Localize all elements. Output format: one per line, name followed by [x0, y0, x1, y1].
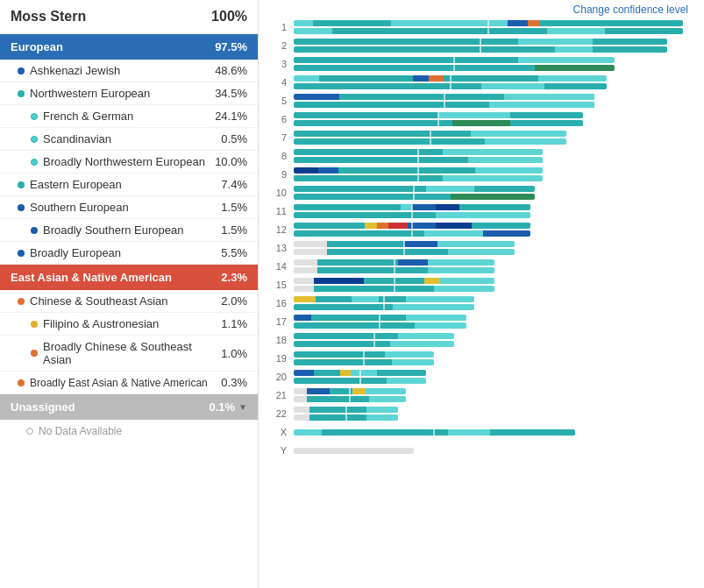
chrom-bars [294, 75, 695, 89]
category-european[interactable]: European 97.5% [0, 34, 258, 60]
chrom-label: 19 [267, 353, 287, 364]
list-item: Northwestern European 34.5% [0, 82, 258, 105]
chrom-bars [294, 186, 695, 200]
chrom-label: 8 [267, 151, 287, 161]
chrom-bars [294, 351, 695, 365]
person-header: Moss Stern 100% [0, 0, 258, 34]
list-item: Southern European 1.5% [0, 196, 258, 219]
chrom-label: 22 [267, 408, 287, 419]
chrom-bars [294, 370, 695, 384]
chrom-bars [294, 315, 695, 329]
chromosome-row: 7 [267, 130, 695, 145]
chromosome-row: 4 [267, 74, 695, 90]
chrom-label: 12 [267, 224, 287, 235]
chromosome-row: X [267, 424, 695, 440]
list-item: Broadly Chinese & Southeast Asian 1.0% [0, 336, 258, 372]
chrom-label: 2 [267, 40, 287, 51]
chrom-label: 13 [267, 243, 287, 253]
category-unassigned-value: 0.1% ▼ [209, 400, 247, 414]
chromosome-row: 17 [267, 314, 695, 329]
dot-icon [26, 428, 33, 435]
chrom-bars [294, 149, 695, 163]
dot-icon [18, 67, 25, 74]
dot-icon [18, 181, 25, 188]
chrom-label: 1 [267, 22, 287, 32]
chromosome-row: 18 [267, 332, 695, 348]
chrom-label: 7 [267, 132, 287, 143]
category-eastasian-value: 2.3% [221, 271, 247, 284]
category-eastasian-label: East Asian & Native American [11, 271, 172, 284]
chrom-bars [294, 167, 695, 181]
chrom-label: 9 [267, 169, 287, 180]
category-european-value: 97.5% [215, 40, 247, 53]
category-european-label: European [11, 40, 63, 53]
chrom-bars [294, 112, 695, 126]
chromosome-row: 8 [267, 148, 695, 164]
chrom-bars [294, 131, 695, 145]
chromosome-row: Y [267, 443, 695, 458]
chromosome-row: 20 [267, 369, 695, 385]
chromosome-row: 12 [267, 222, 695, 237]
chrom-bars [294, 241, 695, 255]
chrom-label: X [267, 427, 287, 437]
dot-icon [31, 136, 38, 143]
chromosome-row: 6 [267, 111, 695, 127]
list-item: Scandinavian 0.5% [0, 128, 258, 151]
chrom-label: 21 [267, 390, 287, 400]
chromosome-row: 5 [267, 93, 695, 109]
chromosome-row: 11 [267, 203, 695, 219]
chrom-bars [294, 448, 695, 454]
chrom-label: 17 [267, 316, 287, 327]
category-unassigned-label: Unassigned [11, 400, 75, 414]
list-item: Broadly Northwestern European 10.0% [0, 151, 258, 174]
chrom-label: 11 [267, 206, 287, 216]
chrom-bars [294, 39, 695, 53]
chrom-label: 15 [267, 280, 287, 290]
chromosome-row: 13 [267, 240, 695, 256]
change-confidence-link[interactable]: Change confidence level [267, 0, 695, 19]
dot-icon [31, 113, 38, 120]
list-item: Filipino & Austronesian 1.1% [0, 313, 258, 336]
person-name: Moss Stern [11, 9, 86, 25]
chromosome-row: 19 [267, 351, 695, 366]
chrom-label: 18 [267, 335, 287, 345]
list-item: Chinese & Southeast Asian 2.0% [0, 290, 258, 313]
list-item: Broadly European 5.5% [0, 242, 258, 265]
dot-icon [31, 350, 38, 357]
chrom-label: 14 [267, 261, 287, 272]
chromosome-row: 16 [267, 295, 695, 311]
dot-icon [31, 321, 38, 328]
category-unassigned[interactable]: Unassigned 0.1% ▼ [0, 394, 258, 420]
chromosome-row: 21 [267, 387, 695, 403]
dot-icon [18, 298, 25, 305]
chrom-bars [294, 94, 695, 108]
list-item: French & German 24.1% [0, 105, 258, 128]
chrom-label: 3 [267, 59, 287, 69]
chromosome-row: 3 [267, 56, 695, 72]
chromosome-row: 2 [267, 38, 695, 53]
chrom-label: 4 [267, 77, 287, 88]
chromosome-row: 15 [267, 277, 695, 293]
chevron-down-icon: ▼ [238, 402, 247, 412]
chromosome-panel: Change confidence level 1 2 3 4 5 [259, 0, 704, 588]
category-eastasian[interactable]: East Asian & Native American 2.3% [0, 265, 258, 290]
list-item: Broadly East Asian & Native American 0.3… [0, 372, 258, 394]
person-percent: 100% [211, 9, 247, 25]
chrom-bars [294, 407, 695, 421]
chrom-bars [294, 259, 695, 273]
chromosome-row: 14 [267, 259, 695, 274]
chrom-bars [294, 223, 695, 237]
chrom-label: Y [267, 445, 287, 456]
list-item: Broadly Southern European 1.5% [0, 219, 258, 242]
chrom-bars [294, 278, 695, 292]
chrom-label: 16 [267, 298, 287, 308]
chromosome-row: 10 [267, 185, 695, 201]
dot-icon [18, 379, 25, 386]
chromosome-row: 22 [267, 406, 695, 422]
chrom-label: 10 [267, 188, 287, 198]
chrom-label: 6 [267, 114, 287, 124]
chrom-bars [294, 388, 695, 402]
dot-icon [18, 250, 25, 257]
list-item: Ashkenazi Jewish 48.6% [0, 60, 258, 82]
no-data-item: No Data Available [0, 420, 258, 443]
